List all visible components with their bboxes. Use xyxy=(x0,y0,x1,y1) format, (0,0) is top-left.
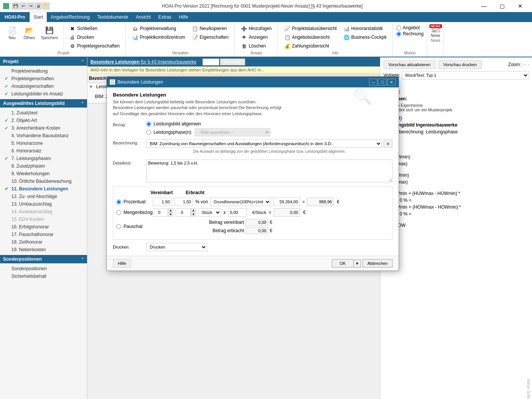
sidebar-item-12[interactable]: 12. Zu- und Abschläge xyxy=(0,193,87,200)
ribbon-btn-schliessen[interactable]: ✖ Schließen xyxy=(67,24,122,33)
ribbon-btn-projektstatusübersicht[interactable]: 📈 Projektstatusübersicht xyxy=(282,24,339,33)
ribbon-btn-neukopieren[interactable]: 📋 Neu/kopieren xyxy=(189,24,231,33)
sidebar-item-projektverwaltung[interactable]: Projektverwaltung xyxy=(0,67,87,75)
sidebar-item-9[interactable]: 9. Wiederholungen xyxy=(0,170,87,177)
ok-button[interactable]: OK xyxy=(332,259,354,268)
prozentual-vereinbart-input[interactable] xyxy=(153,198,172,206)
prozentual-radio-input[interactable] xyxy=(116,200,121,204)
ribbon-btn-angebotsübersicht[interactable]: 📋 Angebotsübersicht xyxy=(282,33,339,41)
loeschen-label: Löschen xyxy=(249,43,266,49)
ribbon-btn-projektverwaltung[interactable]: 🗂 Projektverwaltung xyxy=(130,24,188,33)
modus-rechnung-radio[interactable]: Rechnung xyxy=(396,31,424,36)
ribbon-btn-anzeigen[interactable]: 👁 Anzeigen xyxy=(238,33,274,41)
maximize-btn[interactable]: ▢ xyxy=(493,0,511,12)
sidebar-item-7[interactable]: ✔ 7. Leistungsphasen xyxy=(0,155,87,162)
ribbon-btn-eigenschaften[interactable]: 📝 Eigenschaften xyxy=(189,33,231,41)
ribbon-btn-oeffnen[interactable]: 📂 Öffnen xyxy=(21,24,37,41)
ribbon-btn-honorarstatistik[interactable]: 📊 Honorarstatistik xyxy=(341,24,389,33)
bezug-allgemein-radio[interactable] xyxy=(146,122,151,127)
pauschal-radio[interactable]: Pauschal: xyxy=(116,224,150,229)
ribbon-btn-neu[interactable]: 📄 Neu xyxy=(5,24,20,41)
ok-dropdown-btn[interactable]: ▼ xyxy=(354,260,361,268)
prozentual-erbracht-input[interactable] xyxy=(174,198,193,206)
sidebar-item-11[interactable]: ✔ 11. Besondere Leistungen xyxy=(0,185,87,193)
ribbon-btn-business-cockpit[interactable]: 🌐 Business-Cockpit xyxy=(341,33,389,41)
sidebar-item-2[interactable]: ✔ 2. Objekt-Art xyxy=(0,117,87,124)
menge-ver-down[interactable]: ▼ xyxy=(168,212,173,217)
bezug-phase-radio[interactable] xyxy=(146,130,151,135)
leistungsphase-select[interactable]: - Bitte auswählen - xyxy=(195,128,271,136)
dialog-maximize-btn[interactable]: ☐ xyxy=(378,79,386,86)
minimize-btn[interactable]: — xyxy=(475,0,492,12)
menu-hilfe[interactable]: Hilfe xyxy=(175,12,192,22)
ribbon-btn-loeschen[interactable]: 🗑 Löschen xyxy=(238,42,274,50)
sidebar-projekt-header[interactable]: Projekt ⌃ xyxy=(0,57,87,66)
grundhonorar-select[interactable]: Grundhonorar(100%)+Umbauzu xyxy=(210,198,271,206)
menu-start[interactable]: Start xyxy=(30,12,47,22)
menge-erb-down[interactable]: ▼ xyxy=(191,212,196,217)
print-quick-btn[interactable]: 🖨 xyxy=(35,3,42,10)
ribbon-btn-zahlungsübersicht[interactable]: 💰 Zahlungsübersicht xyxy=(282,42,339,50)
menu-textdokumente[interactable]: Textdokumente xyxy=(93,12,132,22)
ribbon-btn-projekteigenschaften[interactable]: ⚙ Projekteigenschaften xyxy=(67,42,122,50)
close-btn[interactable]: ✕ xyxy=(511,0,529,12)
check-projekteigenschaften: ✔ xyxy=(5,76,10,81)
bezeichnung-select[interactable]: BIM: Zuordnung von Raumeigenschaften und… xyxy=(146,139,382,148)
betrag-input[interactable] xyxy=(273,198,300,206)
news-label[interactable]: News xyxy=(431,33,440,38)
abbrechen-btn[interactable]: Abbrechen xyxy=(363,259,393,268)
folder-quick-btn[interactable]: 📁 xyxy=(43,3,49,10)
ribbon-btn-drucken[interactable]: 🖨 Drucken xyxy=(67,33,122,41)
sidebar-item-1[interactable]: 1. Zusatztext xyxy=(0,109,87,117)
sidebar-item-projekteigenschaften[interactable]: ✔ Projekteigenschaften xyxy=(0,75,87,82)
sidebar-item-10[interactable]: 10. Örtliche Bauüberwachung xyxy=(0,177,87,185)
sidebar-item-16[interactable]: 16. Erfolgshonorar xyxy=(0,223,87,231)
mengenbezogen-radio-input[interactable] xyxy=(116,210,121,215)
sidebar-item-13[interactable]: 13. Umbauzuschlag xyxy=(0,200,87,208)
drucken-select[interactable]: Drucken xyxy=(146,243,207,251)
sidebar-item-sicherheitsbehalt[interactable]: Sicherheitsbehalt xyxy=(0,272,87,280)
menu-ansicht[interactable]: Ansicht xyxy=(132,12,154,22)
menu-angebot[interactable]: Angebot/Rechnung xyxy=(47,12,93,22)
mengenbezogen-radio[interactable]: Mengenbezogen: xyxy=(116,210,150,215)
sidebar-item-5[interactable]: 5. Honorarzone xyxy=(0,139,87,147)
ribbon-btn-hinzufuegen[interactable]: ➕ Hinzufügen xyxy=(238,24,274,33)
menge-erb-up[interactable]: ▲ xyxy=(191,208,196,212)
sidebar-item-leistungsbilder[interactable]: ✔ Leistungsbilder im Ansatz xyxy=(0,90,87,98)
detailtext-textarea[interactable] xyxy=(146,160,393,182)
ribbon-modus-label: Modus xyxy=(404,51,416,55)
sidebar-item-4[interactable]: 4. Vorhandene Bausubstanz xyxy=(0,132,87,139)
pauschal-radio-input[interactable] xyxy=(116,224,121,229)
bezug-radio-allgemein[interactable]: Leistungsbild allgemein xyxy=(146,121,393,127)
stueck-select[interactable]: Stück xyxy=(198,208,221,217)
sidebar-item-ansatzeigenschaften[interactable]: ✔ Ansatzeigenschaften xyxy=(0,82,87,90)
prozentual-radio[interactable]: Prozentual: xyxy=(116,199,150,204)
menge-erbracht-input[interactable] xyxy=(176,208,191,217)
sidebar-leistungsbild-header[interactable]: Ausgewähltes Leistungsbild ⌃ xyxy=(0,99,87,108)
sidebar-item-8[interactable]: 8. Zusatzphasen xyxy=(0,162,87,170)
redo-quick-btn[interactable]: ↪ xyxy=(27,3,34,10)
sidebar-sonderpositionen-header[interactable]: Sonderpositionen ⌃ xyxy=(0,255,87,263)
sidebar-projekt-expand: ⌃ xyxy=(81,60,84,64)
sidebar-item-17[interactable]: 17. Pauschalhonorar xyxy=(0,231,87,238)
menge-ver-up[interactable]: ▲ xyxy=(168,208,173,212)
ribbon-verwalten-items: 🗂 Projektverwaltung 📊 Projektkontrollzen… xyxy=(130,24,231,50)
pauschal-radio-label: Pauschal: xyxy=(124,224,144,229)
sidebar-item-sonderpositionen[interactable]: Sonderpositionen xyxy=(0,265,87,272)
sidebar-item-19[interactable]: 19. Nebenkosten xyxy=(0,246,87,253)
bezeichnung-list-btn[interactable]: ≡ xyxy=(383,139,393,148)
sidebar-item-6[interactable]: 6. Honorarsatz xyxy=(0,147,87,155)
erbracht-header: Erbracht xyxy=(186,190,204,195)
dialog-minimize-btn[interactable]: — xyxy=(369,79,377,86)
sidebar-item-18[interactable]: 18. Zeithonorar xyxy=(0,238,87,246)
ribbon-btn-speichern[interactable]: 💾 Speichern xyxy=(39,24,60,41)
dialog-close-btn[interactable]: ✕ xyxy=(387,79,396,86)
modus-angebot-radio[interactable]: Angebot xyxy=(396,25,424,30)
undo-quick-btn[interactable]: ↩ xyxy=(20,3,27,10)
menu-extras[interactable]: Extras xyxy=(155,12,175,22)
sidebar-item-3[interactable]: ✔ 3. Anrechenbare Kosten xyxy=(0,124,87,132)
save-quick-btn[interactable]: 💾 xyxy=(12,3,19,10)
ribbon-btn-projektkontrollzentrum[interactable]: 📊 Projektkontrollzentrum xyxy=(130,33,188,41)
hilfe-btn[interactable]: Hilfe xyxy=(113,259,131,268)
menge-vereinbart-input[interactable] xyxy=(153,208,168,217)
